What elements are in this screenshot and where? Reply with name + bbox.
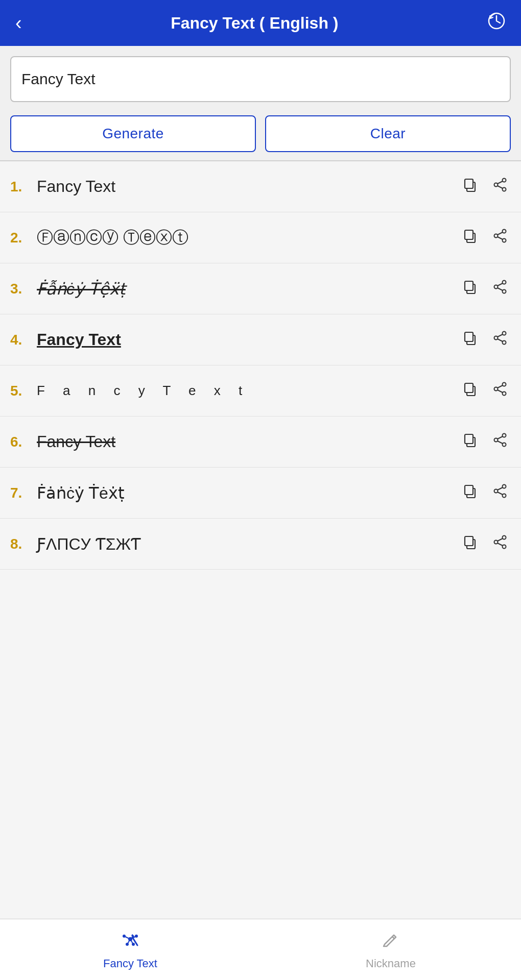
- svg-point-5: [494, 183, 498, 187]
- share-button[interactable]: [489, 174, 511, 199]
- svg-line-41: [498, 436, 503, 439]
- result-text: Fancy Text: [37, 330, 460, 349]
- svg-point-4: [503, 188, 506, 191]
- share-button[interactable]: [489, 378, 511, 403]
- result-actions: [460, 276, 511, 301]
- svg-point-53: [503, 545, 506, 549]
- svg-rect-37: [465, 434, 473, 444]
- svg-point-39: [503, 443, 506, 447]
- svg-point-32: [503, 392, 506, 396]
- results-list: 1.Fancy Text 2.Ⓕⓐⓝⓒⓨ Ⓣⓔⓧⓣ 3.Ḟẫṅċẏ Ṫệẍṭ: [0, 161, 521, 919]
- svg-rect-2: [465, 179, 473, 188]
- svg-line-6: [498, 181, 503, 184]
- svg-point-24: [503, 332, 506, 335]
- svg-point-54: [494, 541, 498, 544]
- result-item: 5.F a n c y T e x t: [0, 365, 521, 416]
- tab-fancy-text-label: Fancy Text: [103, 957, 157, 970]
- tab-nickname[interactable]: Nickname: [260, 929, 521, 970]
- share-button[interactable]: [489, 531, 511, 556]
- svg-rect-30: [465, 383, 473, 393]
- input-area: [0, 46, 521, 107]
- copy-button[interactable]: [460, 174, 481, 199]
- svg-point-52: [503, 536, 506, 540]
- result-item: 2.Ⓕⓐⓝⓒⓨ Ⓣⓔⓧⓣ: [0, 212, 521, 263]
- result-number: 5.: [10, 383, 37, 399]
- header-title: Fancy Text ( English ): [171, 14, 338, 33]
- bottom-tab-bar: Fancy Text Nickname: [0, 919, 521, 980]
- result-number: 8.: [10, 536, 37, 552]
- result-number: 1.: [10, 179, 37, 195]
- share-button[interactable]: [489, 327, 511, 352]
- result-number: 7.: [10, 485, 37, 501]
- result-text: Fancy Text: [37, 432, 460, 451]
- result-actions: [460, 225, 511, 250]
- copy-button[interactable]: [460, 225, 481, 250]
- result-actions: [460, 174, 511, 199]
- svg-point-46: [503, 494, 506, 498]
- nickname-tab-icon: [381, 929, 401, 954]
- clear-button[interactable]: Clear: [265, 115, 511, 152]
- result-text: ƑΛПCУ ƬΣЖƬ: [37, 534, 460, 554]
- result-text: F a n c y T e x t: [37, 383, 460, 399]
- result-text: Ḟẫṅċẏ Ṫệẍṭ: [37, 279, 460, 299]
- copy-button[interactable]: [460, 429, 481, 454]
- copy-button[interactable]: [460, 327, 481, 352]
- svg-line-68: [392, 937, 394, 939]
- text-input[interactable]: [10, 56, 511, 102]
- fancy-text-tab-icon: [120, 929, 140, 954]
- result-item: 4.Fancy Text: [0, 314, 521, 365]
- svg-point-12: [494, 234, 498, 238]
- svg-point-47: [494, 489, 498, 493]
- svg-line-42: [498, 441, 503, 444]
- svg-line-56: [498, 543, 503, 546]
- svg-rect-16: [465, 281, 473, 290]
- back-button[interactable]: ‹: [15, 13, 22, 33]
- svg-rect-9: [465, 230, 473, 239]
- tab-fancy-text[interactable]: Fancy Text: [0, 929, 260, 970]
- result-item: 8.ƑΛПCУ ƬΣЖƬ: [0, 519, 521, 570]
- share-button[interactable]: [489, 429, 511, 454]
- action-buttons: Generate Clear: [0, 107, 521, 160]
- generate-button[interactable]: Generate: [10, 115, 256, 152]
- share-button[interactable]: [489, 480, 511, 505]
- result-actions: [460, 378, 511, 403]
- result-actions: [460, 327, 511, 352]
- copy-button[interactable]: [460, 480, 481, 505]
- svg-line-14: [498, 237, 503, 239]
- history-icon[interactable]: [487, 12, 506, 34]
- svg-line-27: [498, 334, 503, 337]
- svg-point-45: [503, 485, 506, 488]
- svg-rect-51: [465, 536, 473, 546]
- result-number: 2.: [10, 230, 37, 246]
- svg-point-11: [503, 239, 506, 242]
- result-item: 3.Ḟẫṅċẏ Ṫệẍṭ: [0, 263, 521, 314]
- svg-line-20: [498, 283, 503, 286]
- result-actions: [460, 480, 511, 505]
- share-button[interactable]: [489, 225, 511, 250]
- copy-button[interactable]: [460, 531, 481, 556]
- svg-point-26: [494, 336, 498, 340]
- svg-point-38: [503, 434, 506, 437]
- svg-point-25: [503, 341, 506, 345]
- svg-point-17: [503, 281, 506, 284]
- result-item: 7.Ḟȧṅċẏ Ṫėẋṭ: [0, 468, 521, 519]
- svg-line-7: [498, 186, 503, 188]
- share-button[interactable]: [489, 276, 511, 301]
- svg-point-31: [503, 383, 506, 386]
- result-text: Ⓕⓐⓝⓒⓨ Ⓣⓔⓧⓣ: [37, 227, 460, 249]
- svg-line-55: [498, 538, 503, 541]
- svg-point-33: [494, 387, 498, 391]
- svg-point-19: [494, 285, 498, 289]
- svg-line-21: [498, 288, 503, 290]
- svg-line-28: [498, 339, 503, 341]
- svg-point-10: [503, 230, 506, 233]
- result-actions: [460, 429, 511, 454]
- result-number: 6.: [10, 434, 37, 450]
- svg-line-49: [498, 492, 503, 495]
- result-number: 4.: [10, 332, 37, 348]
- svg-line-48: [498, 487, 503, 490]
- copy-button[interactable]: [460, 276, 481, 301]
- svg-line-34: [498, 385, 503, 388]
- svg-point-18: [503, 290, 506, 293]
- copy-button[interactable]: [460, 378, 481, 403]
